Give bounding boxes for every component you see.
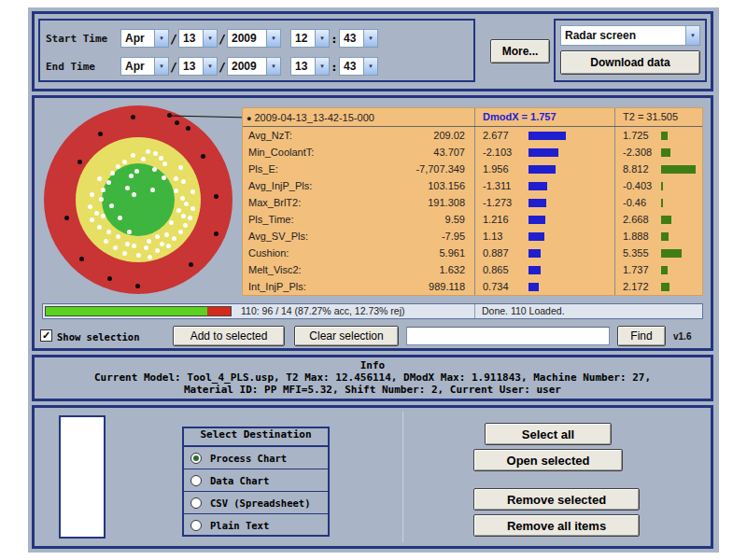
- find-button[interactable]: Find: [617, 326, 666, 346]
- end-time-minute-combo[interactable]: 43▼: [339, 57, 378, 76]
- data-point-normal[interactable]: [174, 189, 178, 193]
- data-point-normal[interactable]: [109, 203, 114, 208]
- data-point-normal[interactable]: [164, 232, 169, 237]
- data-point-outlier[interactable]: [167, 113, 172, 118]
- radio-icon[interactable]: [190, 475, 202, 486]
- data-point-normal[interactable]: [94, 211, 99, 216]
- data-point-normal[interactable]: [132, 244, 136, 248]
- data-point-normal[interactable]: [113, 245, 118, 250]
- data-point-normal[interactable]: [101, 188, 106, 192]
- data-point-normal[interactable]: [178, 230, 183, 234]
- data-point-normal[interactable]: [150, 188, 155, 192]
- chevron-down-icon[interactable]: ▼: [685, 26, 699, 45]
- radar-chart[interactable]: [44, 105, 233, 294]
- data-point-outlier[interactable]: [64, 216, 69, 220]
- chevron-down-icon[interactable]: ▼: [266, 30, 280, 47]
- start-time-month-combo[interactable]: Apr▼: [120, 29, 169, 48]
- data-point-outlier[interactable]: [107, 276, 112, 281]
- data-point-normal[interactable]: [178, 165, 183, 170]
- data-point-normal[interactable]: [106, 180, 111, 185]
- add-to-selected-button[interactable]: Add to selected: [173, 326, 285, 346]
- dest-option-process-chart[interactable]: Process Chart: [184, 447, 328, 469]
- dest-option-data-chart[interactable]: Data Chart: [184, 469, 328, 492]
- data-point-outlier[interactable]: [214, 231, 218, 236]
- start-time-minute-combo[interactable]: 43▼: [339, 29, 378, 48]
- radio-icon[interactable]: [190, 497, 202, 509]
- data-point-normal[interactable]: [106, 230, 111, 234]
- data-point-normal[interactable]: [184, 202, 189, 206]
- data-point-normal[interactable]: [97, 176, 102, 181]
- data-point-normal[interactable]: [144, 245, 148, 250]
- remove-all-items-button[interactable]: Remove all items: [473, 514, 640, 537]
- data-point-normal[interactable]: [174, 176, 178, 181]
- start-time-hour-combo[interactable]: 12▼: [290, 29, 330, 48]
- data-point-normal[interactable]: [134, 169, 139, 174]
- end-time-month-combo[interactable]: Apr▼: [120, 57, 169, 76]
- data-point-normal[interactable]: [116, 164, 120, 169]
- data-point-normal[interactable]: [129, 174, 134, 178]
- data-point-normal[interactable]: [172, 236, 176, 241]
- data-point-normal[interactable]: [118, 216, 122, 220]
- data-point-outlier[interactable]: [189, 262, 193, 267]
- data-point-normal[interactable]: [88, 204, 92, 209]
- data-point-normal[interactable]: [162, 175, 166, 180]
- data-point-normal[interactable]: [155, 248, 160, 253]
- more-button[interactable]: More...: [490, 39, 550, 63]
- start-time-day-combo[interactable]: 13▼: [178, 29, 218, 48]
- data-point-normal[interactable]: [125, 242, 130, 246]
- chevron-down-icon[interactable]: ▼: [203, 58, 217, 75]
- data-point-outlier[interactable]: [201, 154, 205, 159]
- data-point-normal[interactable]: [132, 192, 136, 197]
- find-input[interactable]: [406, 327, 610, 345]
- download-data-button[interactable]: Download data: [560, 50, 700, 75]
- chevron-down-icon[interactable]: ▼: [363, 58, 377, 75]
- data-point-outlier[interactable]: [186, 126, 190, 131]
- data-point-normal[interactable]: [181, 214, 186, 218]
- show-selection-checkbox[interactable]: ✓: [40, 329, 52, 342]
- data-point-normal[interactable]: [131, 153, 135, 158]
- end-time-day-combo[interactable]: 13▼: [178, 57, 218, 76]
- chevron-down-icon[interactable]: ▼: [203, 30, 217, 47]
- radio-icon[interactable]: [190, 520, 202, 531]
- data-point-normal[interactable]: [127, 230, 132, 234]
- end-time-hour-combo[interactable]: 13▼: [290, 57, 330, 76]
- data-point-outlier[interactable]: [135, 284, 140, 288]
- remove-selected-button[interactable]: Remove selected: [473, 488, 640, 511]
- data-point-normal[interactable]: [122, 251, 127, 256]
- data-point-normal[interactable]: [146, 149, 150, 154]
- data-point-outlier[interactable]: [98, 132, 103, 136]
- chevron-down-icon[interactable]: ▼: [154, 58, 168, 75]
- data-point-normal[interactable]: [169, 220, 174, 225]
- data-point-normal[interactable]: [188, 216, 192, 220]
- data-point-normal[interactable]: [116, 234, 120, 239]
- data-point-normal[interactable]: [152, 167, 157, 172]
- chevron-down-icon[interactable]: ▼: [315, 58, 329, 75]
- data-point-normal[interactable]: [160, 242, 164, 246]
- data-point-outlier[interactable]: [131, 115, 135, 119]
- data-point-normal[interactable]: [141, 157, 146, 161]
- data-point-normal[interactable]: [90, 217, 94, 222]
- chevron-down-icon[interactable]: ▼: [315, 30, 329, 47]
- open-selected-button[interactable]: Open selected: [473, 449, 623, 471]
- data-point-outlier[interactable]: [214, 194, 218, 199]
- data-point-normal[interactable]: [183, 223, 188, 228]
- select-all-button[interactable]: Select all: [485, 423, 612, 445]
- data-point-normal[interactable]: [110, 171, 115, 175]
- start-time-year-combo[interactable]: 2009▼: [227, 29, 281, 48]
- data-point-normal[interactable]: [166, 244, 171, 248]
- data-point-normal[interactable]: [162, 161, 167, 166]
- data-point-normal[interactable]: [122, 160, 127, 164]
- data-point-normal[interactable]: [153, 151, 158, 156]
- data-point-normal[interactable]: [190, 206, 195, 211]
- data-point-outlier[interactable]: [175, 120, 179, 125]
- chevron-down-icon[interactable]: ▼: [154, 30, 168, 47]
- end-time-year-combo[interactable]: 2009▼: [227, 57, 281, 76]
- data-point-normal[interactable]: [90, 192, 94, 197]
- clear-selection-button[interactable]: Clear selection: [294, 326, 399, 346]
- data-point-outlier[interactable]: [78, 160, 82, 164]
- data-point-normal[interactable]: [99, 197, 104, 202]
- dest-option-plain-text[interactable]: Plain Text: [184, 514, 328, 537]
- chevron-down-icon[interactable]: ▼: [363, 30, 377, 47]
- data-point-normal[interactable]: [101, 214, 106, 218]
- data-point-normal[interactable]: [155, 234, 160, 239]
